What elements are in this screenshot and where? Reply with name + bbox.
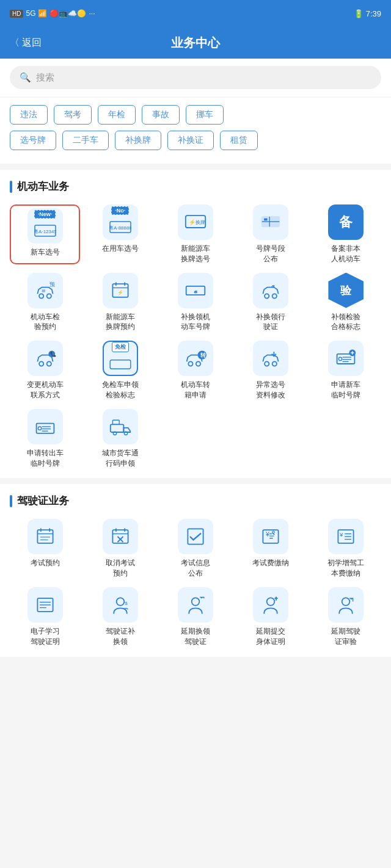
svg-point-79 [192, 598, 200, 606]
grid-item-exam-info[interactable]: 考试信息公布 [160, 519, 230, 579]
electronic-cert-icon [34, 594, 56, 616]
change-contact-icon: 📞 [34, 347, 56, 369]
grid-item-vehicle-inspection[interactable]: 预 机动车检验预约 [10, 273, 80, 333]
svg-point-28 [188, 362, 192, 366]
tag-move-car[interactable]: 挪车 [186, 105, 224, 125]
new-car-select-label: 新车选号 [31, 247, 60, 258]
grid-item-exam-fee[interactable]: ¥ 考试费缴纳 [236, 519, 306, 579]
motor-section: 机动车业务 ·New· 粤A·12345 新车选号 ·No· [0, 170, 391, 478]
tag-violation[interactable]: 违法 [10, 105, 48, 125]
first-study-fee-label: 初学增驾工本费缴纳 [327, 558, 364, 579]
svg-text:转: 转 [200, 352, 206, 358]
back-button[interactable]: 〈 返回 [10, 37, 42, 49]
delay-physical-label: 延期提交身体证明 [256, 626, 285, 647]
svg-rect-51 [112, 420, 119, 424]
svg-point-11 [39, 294, 43, 298]
grid-item-electronic-cert[interactable]: 电子学习驾驶证明 [10, 587, 80, 647]
plate-icon2: 粤A·88888 [109, 216, 131, 238]
plate-segment-icon [260, 211, 282, 233]
search-placeholder: 搜索 [36, 72, 54, 84]
grid-item-temp-plate-transfer[interactable]: 申请转出车临时号牌 [10, 409, 80, 469]
delay-physical-icon-box [253, 587, 288, 623]
license-replace-icon-box: $ [103, 587, 138, 623]
grid-item-inspection-mark[interactable]: 验 补领检验合格标志 [311, 273, 381, 333]
tag-select-plate[interactable]: 选号牌 [10, 131, 56, 150]
svg-rect-52 [37, 530, 53, 544]
motor-grid: ·New· 粤A·12345 新车选号 ·No· 粤A·88888 [10, 204, 381, 468]
replace-plate-label: 补换领机动车号牌 [181, 312, 210, 333]
svg-text:¥: ¥ [339, 531, 343, 538]
plate-icon: 粤A·12345 [34, 220, 56, 242]
vehicle-inspection-label: 机动车检验预约 [31, 312, 60, 333]
exam-info-label: 考试信息公布 [181, 558, 210, 579]
driving-section-title: 驾驶证业务 [10, 494, 381, 508]
grid-item-delay-audit[interactable]: 延期驾驶证审验 [311, 587, 381, 647]
grid-item-new-car-select[interactable]: ·New· 粤A·12345 新车选号 [10, 204, 80, 264]
grid-item-city-truck[interactable]: 城市货车通行码申领 [85, 409, 155, 469]
cancel-exam-icon [109, 526, 131, 548]
temp-transfer-icon [34, 416, 56, 438]
new-energy-appt-icon: ⚡ [109, 280, 131, 302]
tags-row-1: 违法 驾考 年检 事故 挪车 [10, 105, 381, 125]
tag-rental[interactable]: 租赁 [220, 131, 258, 150]
vehicle-inspection-icon-box: 预 [27, 273, 63, 308]
free-inspection-icon-box: 免检 [103, 341, 138, 376]
svg-text:粤A·12345: 粤A·12345 [34, 229, 56, 234]
abnormal-change-icon-box [253, 341, 288, 376]
grid-item-cancel-exam[interactable]: 取消考试预约 [85, 519, 155, 579]
grid-item-replace-license[interactable]: 补换领行驶证 [236, 273, 306, 333]
svg-rect-48 [111, 424, 124, 432]
grid-item-change-contact[interactable]: 📞 变更机动车联系方式 [10, 341, 80, 400]
svg-point-81 [267, 598, 275, 606]
svg-point-36 [339, 357, 342, 360]
grid-item-temp-plate-new[interactable]: 申请新车临时号牌 [311, 341, 381, 400]
wifi-icon: 📶 [38, 9, 47, 18]
new-energy-appt-icon-box: ⚡ [103, 273, 138, 308]
replace-license-icon-box [253, 273, 288, 308]
bottom-spacer [0, 657, 391, 681]
grid-item-free-inspection[interactable]: 免检 免检车申领检验标志 [85, 341, 155, 400]
grid-item-new-energy-select[interactable]: ⚡ 换牌 新能源车换牌选号 [160, 204, 230, 264]
tag-used-car[interactable]: 二手车 [62, 131, 109, 150]
plate-segment-icon-box [253, 204, 288, 240]
tag-annual-inspection[interactable]: 年检 [98, 105, 136, 125]
grid-item-delay-physical[interactable]: 延期提交身体证明 [236, 587, 306, 647]
free-badge: 免检 [112, 342, 129, 352]
svg-text:粤A·88888: 粤A·88888 [109, 225, 131, 231]
plate-segment-label: 号牌号段公布 [256, 244, 285, 264]
exam-appt-icon [34, 526, 56, 548]
svg-rect-13 [42, 289, 45, 292]
new-energy-appt-label: 新能源车换牌预约 [106, 312, 135, 333]
svg-point-67 [272, 531, 275, 533]
tag-accident[interactable]: 事故 [142, 105, 180, 125]
register-badge: 备 [339, 213, 353, 231]
grid-item-transfer[interactable]: 转 机动车转籍申请 [160, 341, 230, 400]
svg-point-21 [265, 294, 269, 298]
grid-item-first-study-fee[interactable]: ¥ 初学增驾工本费缴纳 [311, 519, 381, 579]
grid-item-register-other[interactable]: 备 备案非本人机动车 [311, 204, 381, 264]
grid-item-in-use-car[interactable]: ·No· 粤A·88888 在用车选号 [85, 204, 155, 264]
inspection-mark-icon-box: 验 [328, 273, 364, 308]
change-contact-icon-box: 📞 [27, 341, 63, 376]
grid-item-new-energy-appt[interactable]: ⚡ 新能源车换牌预约 [85, 273, 155, 333]
replace-license-label: 补换领行驶证 [256, 312, 285, 333]
grid-item-plate-segment[interactable]: 号牌号段公布 [236, 204, 306, 264]
grid-item-exam-appt[interactable]: 考试预约 [10, 519, 80, 579]
back-chevron: 〈 [10, 37, 20, 49]
grid-item-abnormal-change[interactable]: 异常选号资料修改 [236, 341, 306, 400]
grid-item-replace-plate[interactable]: 补换领机动车号牌 [160, 273, 230, 333]
abnormal-icon [260, 347, 282, 369]
tags-row-2: 选号牌 二手车 补换牌 补换证 租赁 [10, 131, 381, 150]
new-energy-icon: ⚡ 换牌 [185, 211, 206, 233]
grid-item-renewal-license[interactable]: 延期换领驾驶证 [160, 587, 230, 647]
search-box[interactable]: 🔍 搜索 [10, 66, 381, 89]
tag-replace-cert[interactable]: 补换证 [167, 131, 214, 150]
electronic-cert-icon-box [27, 587, 63, 623]
svg-point-22 [272, 294, 277, 298]
signal-5g: 5G [26, 9, 35, 18]
first-study-fee-icon: ¥ [335, 526, 357, 548]
grid-item-license-replace[interactable]: $ 驾驶证补换领 [85, 587, 155, 647]
tag-replace-plate[interactable]: 补换牌 [115, 131, 161, 150]
tag-driving-test[interactable]: 驾考 [54, 105, 92, 125]
no-badge: ·No· [111, 206, 129, 215]
